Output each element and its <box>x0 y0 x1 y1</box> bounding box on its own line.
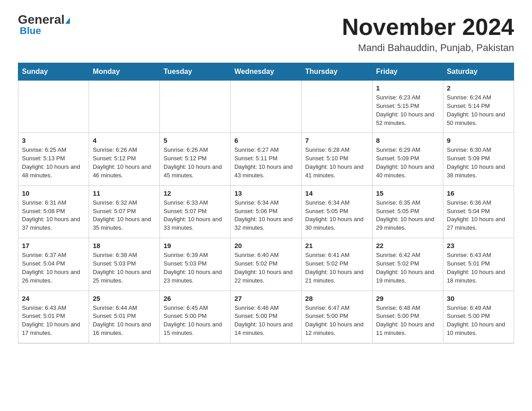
day-info: Sunrise: 6:32 AM Sunset: 5:07 PM Dayligh… <box>93 199 156 232</box>
calendar-cell: 25Sunrise: 6:44 AM Sunset: 5:01 PM Dayli… <box>89 291 160 343</box>
day-number: 3 <box>22 137 85 144</box>
calendar-week-row: 3Sunrise: 6:25 AM Sunset: 5:13 PM Daylig… <box>18 133 514 185</box>
day-info: Sunrise: 6:26 AM Sunset: 5:12 PM Dayligh… <box>163 146 227 180</box>
calendar-cell: 28Sunrise: 6:47 AM Sunset: 5:00 PM Dayli… <box>301 291 372 343</box>
day-number: 29 <box>376 295 439 302</box>
day-info: Sunrise: 6:33 AM Sunset: 5:07 PM Dayligh… <box>163 199 227 232</box>
calendar-cell: 12Sunrise: 6:33 AM Sunset: 5:07 PM Dayli… <box>160 185 231 238</box>
day-number: 25 <box>93 295 156 302</box>
day-info: Sunrise: 6:27 AM Sunset: 5:11 PM Dayligh… <box>234 146 297 180</box>
calendar-cell <box>160 81 231 133</box>
calendar-cell: 10Sunrise: 6:31 AM Sunset: 5:08 PM Dayli… <box>18 185 89 238</box>
day-number: 14 <box>305 189 369 197</box>
calendar-week-row: 24Sunrise: 6:43 AM Sunset: 5:01 PM Dayli… <box>18 291 514 343</box>
day-number: 20 <box>234 242 297 249</box>
day-number: 21 <box>305 242 369 249</box>
day-number: 26 <box>163 295 227 302</box>
day-number: 15 <box>376 189 439 197</box>
calendar-cell: 5Sunrise: 6:26 AM Sunset: 5:12 PM Daylig… <box>160 133 231 185</box>
day-info: Sunrise: 6:29 AM Sunset: 5:09 PM Dayligh… <box>376 146 439 180</box>
day-info: Sunrise: 6:26 AM Sunset: 5:12 PM Dayligh… <box>93 146 156 180</box>
day-number: 1 <box>376 84 439 92</box>
day-number: 27 <box>234 295 297 302</box>
day-info: Sunrise: 6:31 AM Sunset: 5:08 PM Dayligh… <box>22 199 85 232</box>
day-info: Sunrise: 6:36 AM Sunset: 5:04 PM Dayligh… <box>447 199 510 232</box>
title-block: November 2024 Mandi Bahauddin, Punjab, P… <box>342 13 514 54</box>
calendar-header-monday: Monday <box>89 63 160 81</box>
calendar-cell: 11Sunrise: 6:32 AM Sunset: 5:07 PM Dayli… <box>89 185 160 238</box>
calendar-cell: 24Sunrise: 6:43 AM Sunset: 5:01 PM Dayli… <box>18 291 89 343</box>
calendar-header-row: SundayMondayTuesdayWednesdayThursdayFrid… <box>18 63 514 81</box>
calendar-cell: 15Sunrise: 6:35 AM Sunset: 5:05 PM Dayli… <box>372 185 443 238</box>
day-number: 4 <box>93 137 156 144</box>
logo-triangle-icon <box>65 17 70 24</box>
day-info: Sunrise: 6:35 AM Sunset: 5:05 PM Dayligh… <box>376 199 439 232</box>
day-number: 11 <box>93 189 156 197</box>
day-number: 19 <box>163 242 227 249</box>
calendar-cell: 13Sunrise: 6:34 AM Sunset: 5:06 PM Dayli… <box>231 185 301 238</box>
day-info: Sunrise: 6:43 AM Sunset: 5:01 PM Dayligh… <box>22 304 85 338</box>
day-number: 22 <box>376 242 439 249</box>
calendar-cell: 22Sunrise: 6:42 AM Sunset: 5:02 PM Dayli… <box>372 238 443 291</box>
day-info: Sunrise: 6:24 AM Sunset: 5:14 PM Dayligh… <box>447 94 510 127</box>
logo: General Blue <box>18 13 70 37</box>
calendar-cell: 20Sunrise: 6:40 AM Sunset: 5:02 PM Dayli… <box>231 238 301 291</box>
calendar-cell: 17Sunrise: 6:37 AM Sunset: 5:04 PM Dayli… <box>18 238 89 291</box>
day-number: 2 <box>447 84 510 92</box>
day-info: Sunrise: 6:34 AM Sunset: 5:06 PM Dayligh… <box>234 199 297 232</box>
calendar-cell <box>18 81 89 133</box>
calendar-cell: 19Sunrise: 6:39 AM Sunset: 5:03 PM Dayli… <box>160 238 231 291</box>
day-info: Sunrise: 6:23 AM Sunset: 5:15 PM Dayligh… <box>376 94 439 127</box>
calendar-header-wednesday: Wednesday <box>231 63 301 81</box>
day-number: 24 <box>22 295 85 302</box>
calendar-table: SundayMondayTuesdayWednesdayThursdayFrid… <box>18 63 514 343</box>
calendar-cell: 1Sunrise: 6:23 AM Sunset: 5:15 PM Daylig… <box>372 81 443 133</box>
calendar-header-thursday: Thursday <box>301 63 372 81</box>
calendar-cell: 8Sunrise: 6:29 AM Sunset: 5:09 PM Daylig… <box>372 133 443 185</box>
day-number: 8 <box>376 137 439 144</box>
day-info: Sunrise: 6:42 AM Sunset: 5:02 PM Dayligh… <box>376 251 439 285</box>
day-number: 28 <box>305 295 369 302</box>
calendar-cell: 26Sunrise: 6:45 AM Sunset: 5:00 PM Dayli… <box>160 291 231 343</box>
day-info: Sunrise: 6:48 AM Sunset: 5:00 PM Dayligh… <box>376 304 439 338</box>
day-info: Sunrise: 6:46 AM Sunset: 5:00 PM Dayligh… <box>234 304 297 338</box>
calendar-header-sunday: Sunday <box>18 63 89 81</box>
day-info: Sunrise: 6:43 AM Sunset: 5:01 PM Dayligh… <box>447 251 510 285</box>
day-info: Sunrise: 6:41 AM Sunset: 5:02 PM Dayligh… <box>305 251 369 285</box>
calendar-cell: 14Sunrise: 6:34 AM Sunset: 5:05 PM Dayli… <box>301 185 372 238</box>
day-number: 7 <box>305 137 369 144</box>
location-subtitle: Mandi Bahauddin, Punjab, Pakistan <box>342 42 514 54</box>
day-info: Sunrise: 6:30 AM Sunset: 5:09 PM Dayligh… <box>447 146 510 180</box>
day-info: Sunrise: 6:34 AM Sunset: 5:05 PM Dayligh… <box>305 199 369 232</box>
day-info: Sunrise: 6:38 AM Sunset: 5:03 PM Dayligh… <box>93 251 156 285</box>
day-number: 6 <box>234 137 297 144</box>
day-number: 17 <box>22 242 85 249</box>
calendar-cell: 30Sunrise: 6:49 AM Sunset: 5:00 PM Dayli… <box>443 291 514 343</box>
day-number: 30 <box>447 295 510 302</box>
calendar-cell: 9Sunrise: 6:30 AM Sunset: 5:09 PM Daylig… <box>443 133 514 185</box>
calendar-cell: 3Sunrise: 6:25 AM Sunset: 5:13 PM Daylig… <box>18 133 89 185</box>
day-info: Sunrise: 6:37 AM Sunset: 5:04 PM Dayligh… <box>22 251 85 285</box>
day-info: Sunrise: 6:45 AM Sunset: 5:00 PM Dayligh… <box>163 304 227 338</box>
calendar-header-tuesday: Tuesday <box>160 63 231 81</box>
calendar-cell: 29Sunrise: 6:48 AM Sunset: 5:00 PM Dayli… <box>372 291 443 343</box>
calendar-cell: 4Sunrise: 6:26 AM Sunset: 5:12 PM Daylig… <box>89 133 160 185</box>
day-info: Sunrise: 6:39 AM Sunset: 5:03 PM Dayligh… <box>163 251 227 285</box>
day-number: 16 <box>447 189 510 197</box>
day-info: Sunrise: 6:25 AM Sunset: 5:13 PM Dayligh… <box>22 146 85 180</box>
day-info: Sunrise: 6:44 AM Sunset: 5:01 PM Dayligh… <box>93 304 156 338</box>
month-title: November 2024 <box>342 13 514 40</box>
calendar-cell <box>89 81 160 133</box>
calendar-cell: 16Sunrise: 6:36 AM Sunset: 5:04 PM Dayli… <box>443 185 514 238</box>
page-header: General Blue November 2024 Mandi Bahaudd… <box>18 13 514 54</box>
calendar-cell: 7Sunrise: 6:28 AM Sunset: 5:10 PM Daylig… <box>301 133 372 185</box>
day-number: 10 <box>22 189 85 197</box>
day-number: 23 <box>447 242 510 249</box>
day-number: 9 <box>447 137 510 144</box>
calendar-header-saturday: Saturday <box>443 63 514 81</box>
calendar-week-row: 1Sunrise: 6:23 AM Sunset: 5:15 PM Daylig… <box>18 81 514 133</box>
day-number: 13 <box>234 189 297 197</box>
calendar-cell <box>231 81 301 133</box>
calendar-cell: 27Sunrise: 6:46 AM Sunset: 5:00 PM Dayli… <box>231 291 301 343</box>
day-number: 18 <box>93 242 156 249</box>
